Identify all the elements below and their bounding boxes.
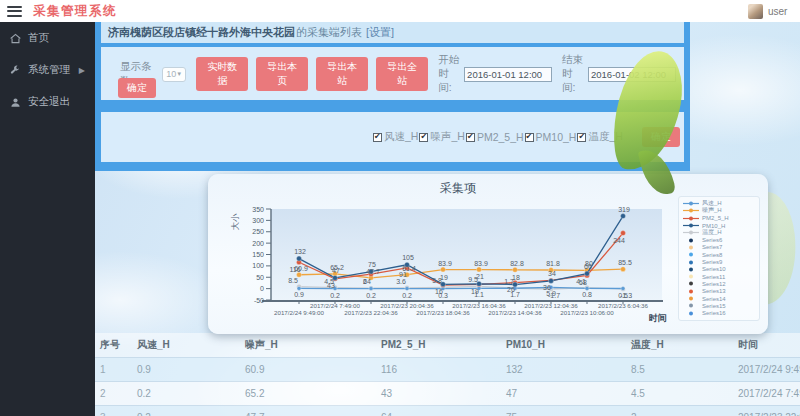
checkbox-label: 噪声_H — [430, 130, 464, 144]
app-root: 采集管理系统 user 首页 系统管理 ▶ 安全退出 济南槐荫区段店镇经十路外海… — [0, 0, 800, 416]
home-icon — [10, 33, 21, 44]
svg-text:300: 300 — [252, 217, 264, 224]
legend-label: 温度_H — [702, 228, 722, 237]
checkbox-checked-icon[interactable] — [577, 133, 586, 142]
table-cell: 2017/2/24 9:49:00 — [733, 357, 800, 381]
svg-text:2017/2/23 20:04:36: 2017/2/23 20:04:36 — [380, 302, 434, 309]
chart-card: 采集项 -50050100150200250300350大小2017/2/24 … — [208, 174, 768, 334]
column-header: PM10_H — [501, 333, 626, 357]
checkbox-checked-icon[interactable] — [373, 133, 382, 142]
legend-dot-swatch — [683, 302, 699, 309]
legend-label: Series8 — [702, 252, 722, 258]
table-cell: 43 — [376, 381, 501, 405]
svg-text:100: 100 — [252, 262, 264, 269]
legend-dot-swatch — [683, 259, 699, 266]
legend-label: Series12 — [702, 281, 726, 287]
svg-text:58: 58 — [579, 279, 587, 286]
chart-legend: 风速_H噪声_HPM2_5_HPM10_H温度_HSeries6Series7S… — [678, 196, 760, 321]
filter-checkbox-PM10_H[interactable]: PM10_H — [525, 131, 578, 143]
legend-label: Series16 — [702, 310, 726, 316]
legend-item: Series16 — [683, 309, 755, 316]
sidebar-item-label: 系统管理 — [28, 63, 70, 77]
table-cell: 3 — [95, 405, 132, 416]
column-header: 噪声_H — [240, 333, 376, 357]
svg-text:-50: -50 — [254, 297, 264, 304]
table-cell: 2017/2/23 22:04:36 — [733, 405, 800, 416]
export-all-button[interactable]: 导出全站 — [376, 57, 428, 91]
legend-dot-swatch — [683, 266, 699, 273]
legend-item: 温度_H — [683, 229, 755, 236]
svg-text:43: 43 — [327, 282, 335, 289]
svg-text:250: 250 — [252, 228, 264, 235]
table-row: 20.265.243474.52017/2/24 7:49:00 — [95, 381, 800, 405]
export-station-button[interactable]: 导出本站 — [316, 57, 368, 91]
svg-text:26: 26 — [507, 286, 515, 293]
sidebar-item-label: 安全退出 — [28, 95, 70, 109]
svg-text:319: 319 — [618, 206, 630, 213]
legend-dot-swatch — [683, 244, 699, 251]
sidebar-item-label: 首页 — [28, 31, 49, 45]
legend-item: Series6 — [683, 236, 755, 243]
svg-text:19: 19 — [440, 274, 448, 281]
filter-checkbox-风速_H[interactable]: 风速_H — [373, 130, 419, 144]
svg-text:时间: 时间 — [649, 313, 667, 323]
sidebar-item-logout[interactable]: 安全退出 — [0, 86, 95, 118]
svg-text:47.7: 47.7 — [366, 268, 380, 275]
table-cell: 0.2 — [132, 405, 240, 416]
svg-text:8.5: 8.5 — [288, 277, 298, 284]
checkbox-label: 风速_H — [384, 130, 418, 144]
table-cell: 0.2 — [132, 381, 240, 405]
display-count-select[interactable]: 10 ▼ — [162, 67, 186, 82]
sidebar: 首页 系统管理 ▶ 安全退出 — [0, 22, 95, 416]
username-label: user — [768, 6, 798, 17]
settings-link[interactable]: [设置] — [366, 25, 394, 40]
svg-text:2017/2/23 10:06:00: 2017/2/23 10:06:00 — [560, 309, 614, 316]
filter-checkbox-PM2_5_H[interactable]: PM2_5_H — [466, 131, 525, 143]
svg-text:83.9: 83.9 — [474, 260, 488, 267]
table-cell: 1 — [95, 357, 132, 381]
legend-label: Series11 — [702, 274, 725, 280]
legend-item: Series10 — [683, 266, 755, 273]
legend-dot-swatch — [683, 295, 699, 302]
checkbox-checked-icon[interactable] — [525, 133, 534, 142]
query-confirm-button[interactable]: 确定 — [118, 78, 156, 98]
export-page-button[interactable]: 导出本页 — [256, 57, 308, 91]
svg-text:91: 91 — [399, 271, 407, 278]
user-menu[interactable]: user — [748, 4, 800, 19]
chevron-right-icon: ▶ — [79, 66, 85, 75]
svg-text:21: 21 — [476, 273, 484, 280]
svg-text:47: 47 — [332, 267, 340, 274]
legend-line-swatch — [683, 200, 699, 207]
realtime-data-button[interactable]: 实时数据 — [196, 57, 248, 91]
page-title-bar: 济南槐荫区段店镇经十路外海中央花园的采集端列表 [设置] — [101, 22, 684, 43]
app-title: 采集管理系统 — [33, 3, 117, 20]
legend-line-swatch — [683, 207, 699, 214]
user-avatar[interactable] — [748, 4, 763, 19]
legend-label: Series6 — [702, 237, 722, 243]
legend-dot-swatch — [683, 273, 699, 280]
table-cell: 64 — [376, 405, 501, 416]
svg-text:2017/2/23 12:04:36: 2017/2/23 12:04:36 — [524, 302, 578, 309]
checkbox-checked-icon[interactable] — [466, 133, 475, 142]
page-title: 的采集端列表 — [296, 25, 362, 40]
svg-text:2017/2/23 16:04:36: 2017/2/23 16:04:36 — [452, 302, 506, 309]
filter-checkbox-噪声_H[interactable]: 噪声_H — [419, 130, 465, 144]
checkbox-checked-icon[interactable] — [419, 133, 428, 142]
hamburger-menu-icon[interactable] — [7, 6, 22, 17]
table-row: 10.960.91161328.52017/2/24 9:49:00 — [95, 357, 800, 381]
start-time-input[interactable] — [464, 67, 552, 82]
legend-label: PM2_5_H — [702, 215, 729, 221]
station-name: 济南槐荫区段店镇经十路外海中央花园 — [108, 25, 295, 40]
svg-text:105: 105 — [402, 254, 414, 261]
svg-text:3.6: 3.6 — [396, 278, 406, 285]
sidebar-item-system-management[interactable]: 系统管理 ▶ — [0, 54, 95, 86]
table-cell: 65.2 — [240, 381, 376, 405]
user-icon — [10, 97, 21, 108]
svg-text:85.5: 85.5 — [618, 259, 632, 266]
sidebar-item-home[interactable]: 首页 — [0, 22, 95, 54]
svg-text:350: 350 — [252, 206, 264, 213]
table-cell: 2 — [95, 381, 132, 405]
column-header: 温度_H — [626, 333, 733, 357]
svg-text:2017/2/23 22:04:36: 2017/2/23 22:04:36 — [344, 309, 398, 316]
data-table: 序号风速_H噪声_HPM2_5_HPM10_H温度_H时间 10.960.911… — [95, 333, 800, 416]
